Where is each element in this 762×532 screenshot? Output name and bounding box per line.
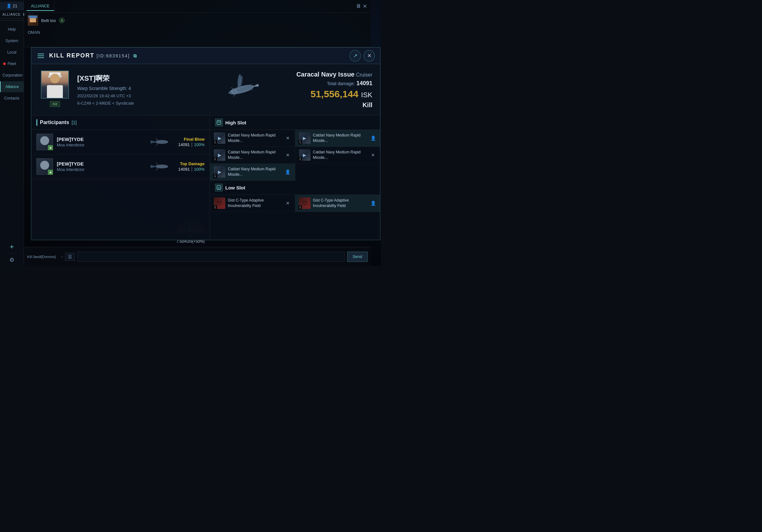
sidebar-contacts-label: Contacts bbox=[4, 96, 19, 100]
kill-badge: Kill bbox=[50, 101, 60, 107]
participant-ship-img-1 bbox=[149, 134, 175, 150]
participant-ship-2: Moa Interdictor bbox=[57, 167, 145, 172]
slot-person-high-5: 👤 bbox=[285, 169, 290, 174]
participants-count: [1] bbox=[72, 120, 77, 125]
sidebar-top: 👤 21 ALLIANCE 🖥 263 ✕ bbox=[0, 0, 24, 21]
slot-person-low-2: 👤 bbox=[370, 201, 376, 206]
slot-action-low-2[interactable]: 👤 bbox=[370, 200, 376, 206]
sidebar: 👤 21 ALLIANCE 🖥 263 ✕ Help System Local … bbox=[0, 0, 24, 266]
slot-action-low-1[interactable]: ✕ bbox=[285, 200, 291, 206]
sidebar-item-alliance[interactable]: Alliance bbox=[0, 81, 24, 92]
low-slot-title: Low Slot bbox=[225, 185, 245, 190]
slot-action-high-5[interactable]: 👤 bbox=[285, 169, 291, 175]
slot-item-high-2[interactable]: 1 Caldari Navy Medium Rapid Missile... 👤 bbox=[295, 130, 380, 147]
kill-result-label: Kill bbox=[283, 101, 372, 109]
isk-unit: ISK bbox=[361, 91, 372, 99]
sidebar-item-corporation[interactable]: Corporation bbox=[0, 70, 24, 81]
svg-point-19 bbox=[153, 166, 155, 167]
slot-icon-high-4: 1 bbox=[299, 149, 311, 161]
menu-line-2 bbox=[38, 55, 44, 56]
sidebar-add-button[interactable]: + bbox=[7, 240, 17, 253]
menu-icon[interactable] bbox=[37, 52, 45, 59]
participant-avatar-2: ★ bbox=[37, 158, 53, 175]
svg-point-15 bbox=[155, 165, 168, 168]
slot-item-high-1[interactable]: 1 Caldari Navy Medium Rapid Missile... ✕ bbox=[210, 130, 295, 147]
section-accent bbox=[37, 119, 37, 126]
slot-name-high-4: Caldari Navy Medium Rapid Missile... bbox=[313, 150, 368, 161]
slot-name-low-2: Gist C-Type Adaptive Invulnerability Fie… bbox=[313, 198, 368, 209]
portrait-person bbox=[41, 71, 68, 98]
oman-text: OMAN bbox=[28, 30, 40, 35]
warp-scramble-strength: Warp Scramble Strength: 4 bbox=[77, 86, 200, 91]
slot-qty-high-3: 1 bbox=[213, 157, 217, 162]
slot-person-high-2: 👤 bbox=[370, 136, 376, 141]
slot-action-high-3[interactable]: ✕ bbox=[285, 152, 291, 158]
svg-marker-12 bbox=[155, 137, 159, 140]
slot-qty-high-5: 1 bbox=[213, 174, 217, 178]
svg-rect-21 bbox=[217, 186, 221, 189]
slot-action-high-2[interactable]: 👤 bbox=[370, 135, 376, 141]
participant-row[interactable]: ★ [PEW]TYDE Moa Interdictor bbox=[31, 130, 210, 154]
tab-alliance[interactable]: ALLIANCE bbox=[27, 2, 54, 11]
high-slot-icon bbox=[215, 119, 223, 126]
portrait-area: Kill bbox=[39, 71, 71, 109]
copy-icon[interactable]: ⧉ bbox=[133, 53, 137, 58]
close-window-button[interactable]: ✕ bbox=[363, 50, 375, 62]
participant-dmg-line-1: 14091 | 100% bbox=[178, 142, 204, 147]
slot-item-low-2[interactable]: 1 Gist C-Type Adaptive Invulnerability F… bbox=[295, 195, 380, 212]
close-icon-tab[interactable]: ✕ bbox=[363, 3, 367, 9]
sidebar-item-help[interactable]: Help bbox=[0, 24, 24, 35]
slot-item-high-3[interactable]: 1 Caldari Navy Medium Rapid Missile... ✕ bbox=[210, 147, 295, 164]
slot-name-low-1: Gist C-Type Adaptive Invulnerability Fie… bbox=[228, 198, 282, 209]
sidebar-corporation-label: Corporation bbox=[3, 73, 23, 78]
svg-marker-17 bbox=[155, 162, 159, 165]
slot-icon-high-5: 1 bbox=[214, 166, 225, 178]
window-buttons: ↗ ✕ bbox=[349, 50, 375, 62]
alliance-bar[interactable]: ALLIANCE 🖥 263 ✕ bbox=[0, 10, 24, 19]
chat-input[interactable] bbox=[78, 252, 344, 262]
player-name: [XST]啊荣 bbox=[77, 74, 200, 83]
participant-stats-1: Final Blow 14091 | 100% bbox=[178, 137, 204, 147]
player-count-bar[interactable]: 👤 21 bbox=[0, 2, 24, 10]
tab-bar: ALLIANCE 🖥 ✕ bbox=[24, 0, 371, 13]
external-link-button[interactable]: ↗ bbox=[349, 50, 361, 62]
sidebar-item-contacts[interactable]: Contacts bbox=[0, 93, 24, 104]
slot-item-low-1[interactable]: 1 Gist C-Type Adaptive Invulnerability F… bbox=[210, 195, 295, 212]
chat-send-button[interactable]: Send bbox=[347, 252, 368, 262]
low-slot-icon bbox=[215, 184, 223, 191]
svg-rect-20 bbox=[217, 120, 221, 124]
chat-person-row: Belli too A bbox=[24, 13, 371, 28]
ship-name-line: Caracal Navy Issue Cruiser bbox=[283, 71, 372, 78]
sidebar-settings-button[interactable]: ⚙ bbox=[7, 253, 17, 266]
slot-item-high-4[interactable]: 1 Caldari Navy Medium Rapid Missile... ✕ bbox=[295, 147, 380, 164]
participant-dmg-1: 14091 bbox=[178, 142, 190, 147]
sidebar-help-label: Help bbox=[8, 27, 16, 32]
chat-bar: Kill:Змей[Dominix] - ☰ Send bbox=[24, 247, 371, 266]
damage-value: 14091 bbox=[356, 80, 372, 87]
slot-name-high-3: Caldari Navy Medium Rapid Missile... bbox=[228, 150, 282, 161]
portrait-body bbox=[47, 85, 63, 98]
sidebar-system-label: System bbox=[5, 38, 18, 43]
slot-icon-high-3: 1 bbox=[214, 149, 225, 161]
slot-item-high-5[interactable]: 1 Caldari Navy Medium Rapid Missile... 👤 bbox=[210, 164, 295, 180]
kill-report-titlebar: KILL REPORT [ID:6839154] ⧉ ↗ ✕ bbox=[31, 47, 380, 64]
chat-kill-info: Kill:Змей[Dominix] bbox=[27, 255, 56, 259]
slot-action-high-4[interactable]: ✕ bbox=[370, 152, 376, 158]
chat-list-icon[interactable]: ☰ bbox=[68, 254, 72, 259]
sidebar-item-local[interactable]: Local bbox=[0, 47, 24, 58]
slot-name-high-1: Caldari Navy Medium Rapid Missile... bbox=[228, 133, 282, 144]
sidebar-item-fleet[interactable]: Fleet bbox=[0, 58, 24, 69]
slot-action-high-1[interactable]: ✕ bbox=[285, 135, 291, 141]
chat-person-name: Belli too bbox=[41, 18, 56, 23]
participants-panel: Participants [1] ★ [PEW]TYDE Moa Interdi… bbox=[31, 115, 210, 240]
participant-row-2[interactable]: ★ [PEW]TYDE Moa Interdictor bbox=[31, 154, 210, 179]
sidebar-item-system[interactable]: System bbox=[0, 35, 24, 46]
slot-qty-low-2: 1 bbox=[298, 205, 302, 210]
chat-person-status: A bbox=[59, 18, 65, 23]
participant-info-1: [PEW]TYDE Moa Interdictor bbox=[57, 137, 145, 147]
damage-label: Total damage: bbox=[327, 81, 355, 86]
player-portrait bbox=[41, 71, 69, 99]
oman-area: OMAN bbox=[24, 28, 371, 36]
participant-info-2: [PEW]TYDE Moa Interdictor bbox=[57, 161, 145, 172]
monitor-icon-tab[interactable]: 🖥 bbox=[356, 3, 361, 9]
